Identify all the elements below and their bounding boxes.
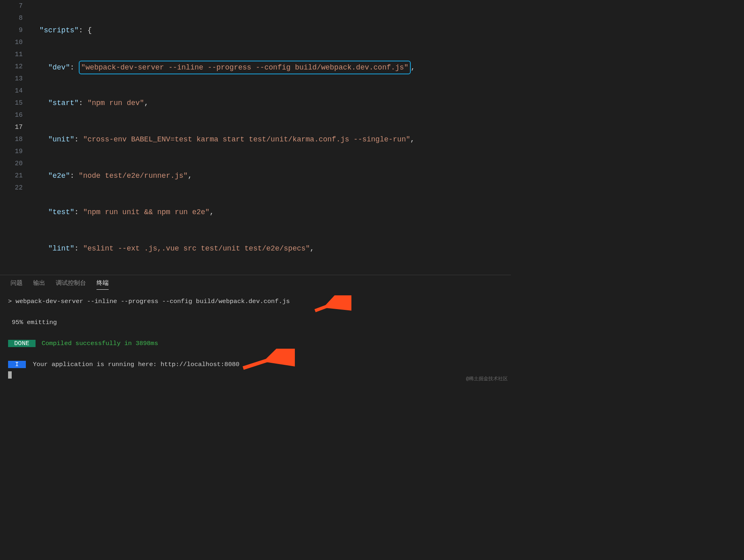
line-number: 19 (0, 145, 23, 158)
tab-debug-console[interactable]: 调试控制台 (56, 279, 86, 290)
terminal-line: > webpack-dev-server --inline --progress… (8, 296, 503, 307)
line-number: 11 (0, 48, 23, 61)
line-number: 13 (0, 73, 23, 85)
line-number: 12 (0, 61, 23, 73)
line-number: 15 (0, 97, 23, 109)
line-number: 16 (0, 109, 23, 121)
terminal-line (8, 307, 503, 317)
info-badge: I (8, 361, 26, 368)
line-number: 14 (0, 85, 23, 97)
code-line[interactable]: "scripts": { (31, 24, 511, 36)
line-number: 22 (0, 182, 23, 194)
watermark: @稀土掘金技术社区 (466, 375, 508, 382)
line-number: 8 (0, 12, 23, 24)
terminal-line (8, 328, 503, 338)
terminal-line: DONE Compiled successfully in 3898ms (8, 338, 503, 349)
line-number: 20 (0, 158, 23, 170)
line-gutter: 7 8 9 10 11 12 13 14 15 16 17 18 19 20 2… (0, 0, 31, 275)
svg-line-3 (243, 353, 291, 368)
code-line[interactable]: "unit": "cross-env BABEL_ENV=test karma … (31, 133, 511, 145)
done-badge: DONE (8, 340, 36, 347)
line-number: 7 (0, 0, 23, 12)
code-line[interactable]: "start": "npm run dev", (31, 97, 511, 109)
tab-output[interactable]: 输出 (33, 279, 45, 290)
line-number: 18 (0, 133, 23, 145)
line-number: 9 (0, 24, 23, 36)
arrow-annotation-icon (311, 295, 351, 316)
arrow-annotation-icon (238, 349, 295, 373)
line-number: 10 (0, 36, 23, 48)
terminal-line: 95% emitting (8, 317, 503, 328)
line-number: 17 (0, 121, 23, 133)
code-editor[interactable]: 7 8 9 10 11 12 13 14 15 16 17 18 19 20 2… (0, 0, 511, 275)
code-content[interactable]: "scripts": { "dev": "webpack-dev-server … (31, 0, 511, 275)
tab-problems[interactable]: 问题 (11, 279, 23, 290)
terminal-output[interactable]: > webpack-dev-server --inline --progress… (0, 292, 511, 384)
tab-terminal[interactable]: 终端 (97, 279, 109, 290)
line-number: 21 (0, 170, 23, 182)
svg-line-1 (315, 299, 347, 311)
highlight-box: "webpack-dev-server --inline --progress … (79, 61, 411, 74)
bottom-panel: 问题 输出 调试控制台 终端 > webpack-dev-server --in… (0, 275, 511, 385)
code-line[interactable]: "test": "npm run unit && npm run e2e", (31, 206, 511, 218)
terminal-cursor (8, 371, 12, 379)
panel-tabs: 问题 输出 调试控制台 终端 (0, 275, 511, 292)
code-line[interactable]: "dev": "webpack-dev-server --inline --pr… (31, 61, 511, 73)
code-line[interactable]: "lint": "eslint --ext .js,.vue src test/… (31, 242, 511, 255)
code-line[interactable]: "e2e": "node test/e2e/runner.js", (31, 170, 511, 182)
